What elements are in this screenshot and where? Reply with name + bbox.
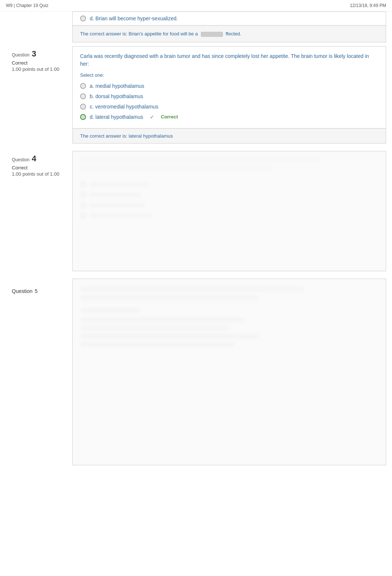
q3-correct-badge: Correct — [161, 114, 178, 120]
q2-option-d-row: d. Brian will become hyper-sexualized. — [73, 12, 386, 25]
check-icon: ✓ — [150, 114, 154, 120]
q3-option-c-text: c. ventromedial hypothalamus — [90, 104, 158, 110]
q3-status: Correct — [12, 60, 69, 66]
q5-number: 5 — [35, 288, 38, 294]
q4-blurred-content — [73, 151, 386, 227]
q3-option-b-radio — [80, 93, 86, 99]
q3-option-a[interactable]: a. medial hypothalamus — [80, 81, 378, 91]
q3-points: 1.00 points out of 1.00 — [12, 66, 69, 72]
question-5-block: Question 5 — [6, 275, 386, 469]
q2-correct-answer-note: The correct answer is: Brian's appetite … — [73, 25, 386, 42]
q2-correct-note-prefix: The correct answer is: Brian's appetite … — [80, 31, 198, 37]
q3-option-d-radio — [80, 114, 86, 120]
q3-option-d[interactable]: d. lateral hypothalamus ✓ Correct — [80, 112, 378, 122]
q4-number: 4 — [32, 154, 36, 163]
q3-label: Question — [12, 52, 30, 58]
q2-correct-note-suffix: ffected. — [226, 31, 241, 37]
q3-option-c-radio — [80, 104, 86, 110]
q3-body: Carla was recently diagnosed with a brai… — [72, 46, 386, 144]
q2-body: d. Brian will become hyper-sexualized. T… — [72, 11, 386, 42]
q3-option-d-text: d. lateral hypothalamus — [90, 114, 143, 120]
q4-option-c-blurred — [80, 200, 378, 210]
q4-meta: Question 4 Correct 1.00 points out of 1.… — [6, 147, 72, 275]
question-4-block: Question 4 Correct 1.00 points out of 1.… — [6, 147, 386, 275]
q2-meta-empty — [6, 11, 72, 42]
q2-redacted — [201, 32, 223, 37]
q4-points: 1.00 points out of 1.00 — [12, 171, 69, 177]
q4-body — [72, 151, 386, 271]
q3-select-label: Select one: — [80, 72, 378, 78]
q3-correct-answer-note: The correct answer is: lateral hypothala… — [73, 128, 386, 143]
q3-number: 3 — [32, 49, 36, 59]
q3-meta: Question 3 Correct 1.00 points out of 1.… — [6, 42, 72, 147]
q5-empty-spacer — [73, 354, 386, 465]
q2-option-d-text: d. Brian will become hyper-sexualized. — [90, 15, 178, 21]
q4-status: Correct — [12, 165, 69, 170]
q2-option-d-radio — [80, 15, 86, 21]
q5-body — [72, 279, 386, 465]
q3-option-c[interactable]: c. ventromedial hypothalamus — [80, 101, 378, 112]
page-datetime: 12/13/18, 9:49 PM — [350, 3, 386, 8]
q4-option-d-blurred — [80, 210, 378, 221]
q4-option-b-blurred — [80, 190, 378, 200]
q3-option-b-text: b. dorsal hypothalamus — [90, 93, 143, 99]
q5-meta: Question 5 — [6, 275, 72, 469]
q2-continuation-block: d. Brian will become hyper-sexualized. T… — [6, 11, 386, 42]
q4-label: Question — [12, 157, 30, 162]
q4-option-a-blurred — [80, 179, 378, 190]
q3-option-b[interactable]: b. dorsal hypothalamus — [80, 91, 378, 101]
q3-option-a-text: a. medial hypothalamus — [90, 83, 144, 89]
q5-label: Question — [12, 288, 32, 294]
page-title: W9 | Chapter 19 Quiz — [6, 3, 48, 8]
q4-spacer — [73, 227, 386, 271]
q3-option-a-radio — [80, 83, 86, 89]
page-header: W9 | Chapter 19 Quiz 12/13/18, 9:49 PM — [0, 0, 392, 11]
q5-blurred — [73, 279, 386, 354]
q3-text-area: Carla was recently diagnosed with a brai… — [73, 46, 386, 128]
question-3-block: Question 3 Correct 1.00 points out of 1.… — [6, 42, 386, 147]
q3-question-text: Carla was recently diagnosed with a brai… — [80, 52, 378, 68]
